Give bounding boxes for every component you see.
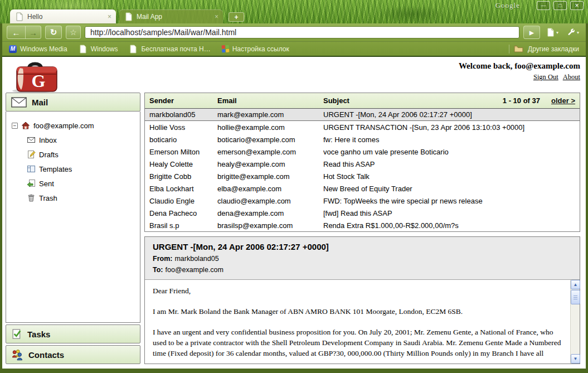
tab-close-icon[interactable]: ×: [108, 13, 111, 20]
scrollbar-thumb[interactable]: [571, 290, 580, 304]
close-button[interactable]: ×: [570, 1, 584, 10]
back-button[interactable]: ←: [7, 26, 26, 39]
tree-item-label: foo@example.com: [33, 122, 94, 130]
logo-letter: G: [32, 71, 46, 91]
tree-expander-icon[interactable]: −: [12, 123, 18, 129]
templates-icon: [27, 164, 36, 173]
tree-item-label: Drafts: [39, 151, 59, 159]
contacts-panel-label: Contacts: [28, 350, 64, 360]
to-value: foo@example.com: [166, 266, 223, 274]
cell-subject: URGENT -[Mon, 24 Apr 2006 02:17:27 +0000…: [323, 110, 580, 119]
cell-email: hollie@example.com: [217, 123, 323, 132]
bookmark-label: Windows Media: [20, 45, 67, 53]
message-row[interactable]: markboland05 mark@example.com URGENT -[M…: [145, 109, 580, 121]
browser-frame: ← → ↻ ☆ http://localhost/samples/Mail/wa…: [2, 23, 586, 369]
cell-email: elba@example.com: [217, 185, 323, 193]
windows-media-icon: M: [9, 45, 17, 53]
maximize-button[interactable]: □: [553, 1, 567, 10]
cell-sender: Brasil s.p: [145, 221, 217, 230]
reload-button[interactable]: ↻: [45, 26, 62, 39]
mail-app-page: G Welcome back, foo@example.com Sign Out…: [2, 56, 586, 369]
cell-email: healy@example.com: [217, 160, 323, 168]
cell-email: claudio@example.com: [217, 197, 323, 205]
message-row[interactable]: boticario boticario@example.com fw: Here…: [145, 133, 580, 146]
new-tab-button[interactable]: +: [229, 12, 244, 22]
tree-item-inbox[interactable]: Inbox: [6, 133, 140, 147]
mail-icon: [11, 97, 27, 108]
bookmark-star-button[interactable]: ☆: [66, 26, 81, 39]
tree-item-sent[interactable]: Sent: [6, 176, 140, 191]
scroll-up-button[interactable]: ▲: [571, 280, 580, 289]
mail-panel-label: Mail: [32, 98, 48, 107]
cell-subject: New Breed of Equity Trader: [323, 185, 580, 193]
other-bookmarks[interactable]: Другие закладки: [509, 45, 579, 54]
cell-email: emerson@example.com: [217, 148, 323, 156]
message-list-header: Sender Email Subject 1 - 10 of 37 older …: [145, 93, 580, 109]
tree-item-label: Inbox: [39, 136, 57, 144]
message-row[interactable]: Hollie Voss hollie@example.com URGENT TR…: [145, 121, 580, 133]
bookmark-free-mail[interactable]: Бесплатная почта Н…: [129, 45, 210, 54]
bookmark-link-settings[interactable]: Настройка ссылок: [222, 45, 289, 53]
sign-out-link[interactable]: Sign Out: [533, 73, 558, 81]
tab-mail-app[interactable]: Mail App ×: [119, 9, 223, 23]
window-titlebar[interactable]: Google — □ × Hello × Mail App ×: [0, 0, 588, 23]
google-watermark: Google: [495, 1, 520, 10]
contacts-panel-header[interactable]: Contacts: [6, 345, 140, 364]
about-link[interactable]: About: [563, 73, 580, 81]
home-icon: [21, 121, 30, 130]
cell-subject: fw: Here it comes: [323, 135, 580, 144]
folder-icon: [514, 45, 523, 52]
message-row[interactable]: Brigitte Cobb brigitte@example.com Hot S…: [145, 170, 580, 182]
cell-sender: markboland05: [145, 110, 217, 119]
tree-item-account[interactable]: − foo@example.com: [6, 118, 140, 133]
scroll-down-button[interactable]: ▼: [571, 354, 580, 364]
forward-button[interactable]: →: [26, 26, 41, 39]
cell-sender: Claudio Engle: [145, 197, 217, 205]
page-menu-button[interactable]: ▾: [544, 26, 561, 39]
sent-icon: [27, 179, 36, 188]
cell-subject: [fwd] Read this ASAP: [323, 209, 580, 217]
inbox-icon: [27, 135, 36, 144]
cell-subject: Renda Extra R$1.000,00-R$2.000,00/m?s: [323, 221, 580, 230]
message-row[interactable]: Claudio Engle claudio@example.com FWD: T…: [145, 195, 580, 207]
mail-panel-header[interactable]: Mail: [6, 93, 140, 112]
message-row[interactable]: Dena Pacheco dena@example.com [fwd] Read…: [145, 207, 580, 219]
tree-item-trash[interactable]: Trash: [6, 191, 140, 205]
bookmark-label: Windows: [91, 45, 118, 53]
message-row[interactable]: Brasil s.p brasilsp@example.com Renda Ex…: [145, 219, 580, 231]
message-row[interactable]: Emerson Milton emerson@example.com voce …: [145, 146, 580, 158]
column-header-email: Email: [217, 96, 323, 105]
tree-item-label: Sent: [39, 180, 54, 188]
other-bookmarks-label: Другие закладки: [528, 45, 579, 53]
page-range-label: 1 - 10 of 37: [503, 96, 551, 105]
minimize-button[interactable]: —: [537, 1, 550, 10]
trash-icon: [27, 193, 36, 202]
browser-window: Google — □ × Hello × Mail App ×: [0, 0, 588, 373]
vertical-scrollbar[interactable]: ▲ ▼: [570, 280, 580, 364]
page-icon: [546, 28, 555, 37]
tab-label: Hello: [27, 13, 104, 21]
cell-sender: boticario: [145, 135, 217, 144]
column-header-subject: Subject: [323, 96, 503, 105]
tree-item-templates[interactable]: Templates: [6, 162, 140, 176]
tree-item-drafts[interactable]: Drafts: [6, 147, 140, 162]
cell-email: dena@example.com: [217, 209, 323, 217]
message-row[interactable]: Healy Colette healy@example.com Read thi…: [145, 158, 580, 170]
nav-button-group: ← →: [7, 26, 41, 39]
message-row[interactable]: Elba Lockhart elba@example.com New Breed…: [145, 182, 580, 195]
go-button[interactable]: ▶: [523, 26, 540, 39]
separator: [509, 45, 509, 54]
older-page-link[interactable]: older >: [551, 96, 580, 105]
cell-sender: Elba Lockhart: [145, 185, 217, 193]
column-header-sender: Sender: [145, 96, 217, 105]
tab-close-icon[interactable]: ×: [215, 13, 218, 20]
detail-to: To:foo@example.com: [153, 266, 572, 274]
tab-hello[interactable]: Hello ×: [10, 9, 116, 23]
app-layout: Mail − foo@example.com: [6, 93, 580, 364]
bookmark-windows[interactable]: Windows: [79, 45, 118, 54]
address-bar[interactable]: http://localhost/samples/Mail/war/Mail.h…: [85, 26, 519, 38]
tasks-panel-header[interactable]: Tasks: [6, 324, 140, 343]
welcome-message: Welcome back, foo@example.com: [459, 61, 580, 71]
bookmark-windows-media[interactable]: M Windows Media: [9, 45, 67, 53]
wrench-menu-button[interactable]: ▾: [565, 26, 581, 39]
